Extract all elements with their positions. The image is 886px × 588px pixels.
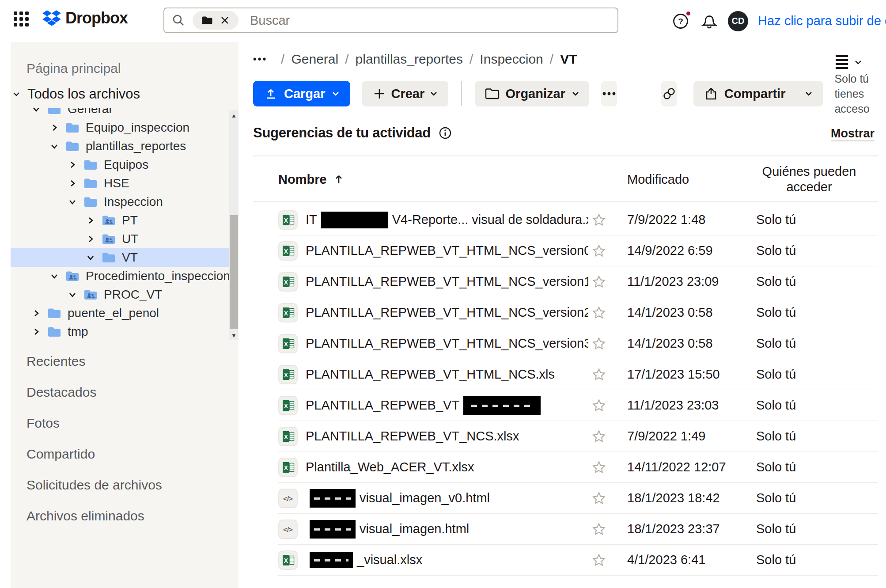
upload-button[interactable]: Cargar	[253, 81, 350, 106]
star-icon[interactable]	[588, 274, 610, 289]
star-icon[interactable]	[588, 212, 610, 228]
sidebar-item-home[interactable]: Página principal	[27, 61, 121, 76]
table-row[interactable]: XPLANTILLA_REPWEB_VT_HTML_NCS.xls17/1/20…	[278, 359, 878, 390]
tree-item-Inspeccion[interactable]: Inspeccion	[11, 193, 239, 211]
chevron-right-icon[interactable]	[30, 327, 42, 336]
star-icon[interactable]	[588, 243, 610, 258]
chevron-down-icon[interactable]	[67, 290, 78, 299]
column-header-modified[interactable]: Modificado	[625, 172, 740, 187]
copy-link-button[interactable]	[661, 81, 677, 106]
breadcrumb-item-General[interactable]: General	[291, 52, 338, 67]
star-icon[interactable]	[588, 522, 610, 537]
file-name[interactable]: _visual.xlsx	[298, 552, 588, 568]
file-name[interactable]: PLANTILLA_REPWEB_VT	[298, 396, 588, 415]
sidebar-item-destacados[interactable]: Destacados	[11, 377, 239, 408]
avatar[interactable]: CD	[728, 11, 748, 31]
scroll-down-arrow-icon[interactable]: ▼	[229, 330, 239, 340]
upgrade-link[interactable]: Haz clic para subir de cat	[758, 14, 886, 28]
star-icon[interactable]	[588, 336, 610, 351]
chevron-down-icon[interactable]	[11, 89, 21, 99]
column-header-name[interactable]: Nombre	[278, 172, 588, 187]
search-bar[interactable]	[163, 8, 618, 33]
star-icon[interactable]	[588, 491, 610, 506]
tree-item-PT[interactable]: PT	[11, 211, 239, 230]
tree-item-Equipo_inspeccion[interactable]: Equipo_inspeccion	[11, 118, 239, 137]
tree-item-tmp[interactable]: tmp	[11, 322, 239, 341]
table-row[interactable]: XPLANTILLA_REPWEB_VT_NCS.xlsx7/9/2022 1:…	[278, 421, 878, 452]
chevron-down-icon[interactable]	[85, 253, 96, 262]
star-icon[interactable]	[588, 429, 610, 444]
chevron-right-icon[interactable]	[49, 123, 60, 132]
create-button[interactable]: Crear	[362, 81, 449, 106]
chevron-down-icon[interactable]	[30, 108, 42, 114]
column-header-access[interactable]: Quiénes pueden acceder	[740, 164, 878, 195]
chevron-down-icon[interactable]	[67, 197, 78, 206]
tree-item-VT[interactable]: VT	[11, 248, 239, 267]
tree-item-PROC_VT[interactable]: PROC_VT	[11, 285, 239, 304]
file-name[interactable]: Plantilla_Web_ACER_VT.xlsx	[298, 460, 588, 474]
file-name[interactable]: PLANTILLA_REPWEB_VT_HTML_NCS_version2.xl…	[298, 305, 588, 320]
breadcrumb-ellipsis[interactable]: •••	[253, 53, 267, 65]
table-row[interactable]: X_visual.xlsx4/1/2023 6:41Solo tú	[278, 545, 878, 576]
chevron-right-icon[interactable]	[67, 160, 78, 169]
chevron-right-icon[interactable]	[67, 179, 78, 188]
sidebar-item-all-files[interactable]: Todos los archivos	[11, 86, 140, 102]
file-name[interactable]: visual_imagen.html	[298, 520, 588, 539]
chevron-down-icon[interactable]	[49, 272, 60, 281]
file-name[interactable]: visual_imagen_v0.html	[298, 489, 588, 508]
file-name[interactable]: PLANTILLA_REPWEB_VT_HTML_NCS_version1.xl…	[298, 274, 588, 289]
breadcrumb-item-VT[interactable]: VT	[560, 52, 577, 67]
star-icon[interactable]	[588, 367, 610, 382]
tree-item-plantillas_reportes[interactable]: plantillas_reportes	[11, 137, 239, 156]
tree-item-HSE[interactable]: HSE	[11, 174, 239, 193]
chevron-down-icon[interactable]	[49, 142, 60, 151]
tree-item-Procedimiento_inspeccion[interactable]: Procedimiento_inspeccion	[11, 267, 239, 285]
table-row[interactable]: </>visual_imagen.html18/1/2023 23:37Solo…	[278, 514, 878, 545]
star-icon[interactable]	[588, 398, 610, 413]
table-row[interactable]: XPLANTILLA_REPWEB_VT_HTML_NCS_version2.x…	[278, 297, 878, 328]
file-name[interactable]: PLANTILLA_REPWEB_VT_NCS.xlsx	[298, 429, 588, 444]
sidebar-scrollbar[interactable]: ▲ ▼	[229, 110, 239, 340]
organize-button[interactable]: Organizar	[475, 81, 589, 106]
apps-grid-icon[interactable]	[14, 11, 31, 29]
file-name[interactable]: PLANTILLA_REPWEB_VT_HTML_NCS_version0.xl…	[298, 243, 588, 258]
sidebar-item-compartido[interactable]: Compartido	[11, 439, 239, 470]
table-row[interactable]: </>visual_imagen_v0.html18/1/2023 18:42S…	[278, 483, 878, 514]
search-input[interactable]	[250, 13, 610, 28]
more-actions-button[interactable]	[601, 81, 617, 106]
chevron-right-icon[interactable]	[30, 309, 42, 318]
view-toggle-button[interactable]	[836, 55, 863, 69]
breadcrumb-item-Inspeccion[interactable]: Inspeccion	[480, 52, 543, 67]
tree-item-UT[interactable]: UT	[11, 230, 239, 248]
scrollbar-thumb[interactable]	[230, 215, 238, 329]
scroll-up-arrow-icon[interactable]: ▲	[229, 110, 239, 120]
sidebar-item-fotos[interactable]: Fotos	[11, 408, 239, 439]
table-row[interactable]: XPLANTILLA_REPWEB_VT_HTML_NCS_version0.x…	[278, 235, 878, 266]
sidebar-item-recientes[interactable]: Recientes	[11, 346, 239, 377]
search-filter-chip[interactable]	[193, 11, 239, 30]
star-icon[interactable]	[588, 305, 610, 320]
table-row[interactable]: XPLANTILLA_REPWEB_VT11/1/2023 23:03Solo …	[278, 390, 878, 421]
table-row[interactable]: XPlantilla_Web_ACER_VT.xlsx14/11/2022 12…	[278, 452, 878, 483]
chevron-right-icon[interactable]	[85, 216, 96, 225]
dropbox-logo[interactable]: Dropbox	[42, 9, 128, 27]
star-icon[interactable]	[588, 553, 610, 568]
file-name[interactable]: ITV4-Reporte... visual de soldadura.xlsx	[298, 212, 588, 228]
bell-icon[interactable]	[700, 12, 718, 30]
breadcrumb-item-plantillas_reportes[interactable]: plantillas_reportes	[356, 52, 463, 67]
file-name[interactable]: PLANTILLA_REPWEB_VT_HTML_NCS_version3.xl…	[298, 336, 588, 351]
chip-close-icon[interactable]	[220, 15, 230, 25]
table-row[interactable]: XPLANTILLA_REPWEB_VT_HTML_NCS_version1.x…	[278, 266, 878, 297]
share-button[interactable]: Compartir	[693, 81, 824, 106]
sidebar-item-archivos-eliminados[interactable]: Archivos eliminados	[11, 501, 239, 531]
tree-item-Equipos[interactable]: Equipos	[11, 156, 239, 174]
show-link[interactable]: Mostrar	[831, 127, 875, 140]
help-button[interactable]: ?	[671, 11, 691, 31]
star-icon[interactable]	[588, 460, 610, 475]
chevron-right-icon[interactable]	[85, 235, 96, 243]
file-name[interactable]: PLANTILLA_REPWEB_VT_HTML_NCS.xls	[298, 367, 588, 382]
tree-item-puente_el_penol[interactable]: puente_el_penol	[11, 304, 239, 322]
table-row[interactable]: XITV4-Reporte... visual de soldadura.xls…	[278, 205, 878, 235]
tree-item-General[interactable]: General	[11, 108, 239, 118]
info-icon[interactable]	[439, 126, 452, 140]
